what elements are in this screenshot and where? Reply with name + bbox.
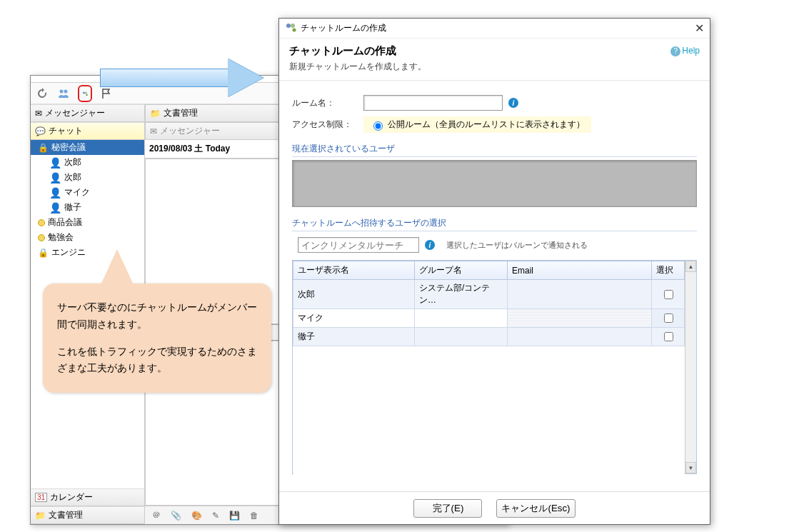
- svg-point-1: [64, 89, 68, 93]
- info-icon[interactable]: i: [425, 240, 435, 250]
- chat-room-secret-label: 秘密会議: [51, 141, 86, 154]
- sidebar-section-calendar[interactable]: 31 カレンダー: [31, 488, 144, 506]
- access-public-radio[interactable]: [373, 121, 383, 131]
- svg-point-8: [291, 24, 295, 28]
- row-select-checkbox[interactable]: [664, 290, 673, 299]
- scroll-down-icon[interactable]: ▼: [685, 462, 696, 473]
- svg-point-4: [86, 94, 88, 96]
- lock-icon: 🔒: [38, 248, 49, 258]
- invite-user-table-wrap: ユーザ表示名 グループ名 Email 選択 次郎 システム部/コンテン…: [292, 260, 697, 474]
- room-status-icon: [38, 234, 45, 241]
- create-chatroom-dialog: チャットルームの作成 ✕ チャットルームの作成 新規チャットルームを作成します。…: [278, 18, 710, 525]
- edit-icon[interactable]: ✎: [212, 511, 219, 521]
- users-icon[interactable]: [56, 88, 71, 99]
- calendar-icon: 31: [35, 493, 47, 502]
- folder-icon: 📁: [150, 109, 161, 119]
- access-value: 公開ルーム（全員のルームリストに表示されます）: [363, 116, 591, 133]
- cell-email: [508, 328, 652, 346]
- cell-select: [652, 309, 685, 328]
- user-avatar-icon: 👤: [49, 202, 61, 214]
- info-icon[interactable]: i: [508, 98, 518, 108]
- table-row[interactable]: 徹子: [293, 328, 685, 346]
- chat-room-product[interactable]: 商品会議: [31, 215, 144, 230]
- refresh-icon[interactable]: [35, 88, 49, 99]
- messenger-label: メッセンジャー: [45, 107, 105, 119]
- col-user[interactable]: ユーザ表示名: [293, 261, 415, 280]
- dialog-subheading: 新規チャットルームを作成します。: [289, 61, 700, 73]
- room-status-icon: [38, 219, 45, 226]
- docs-label: 文書管理: [49, 509, 83, 521]
- col-select[interactable]: 選択: [652, 261, 685, 280]
- sidebar-section-chat[interactable]: 💬 チャット: [31, 122, 144, 140]
- chat-room-label: 勉強会: [48, 231, 74, 244]
- close-icon[interactable]: ✕: [695, 21, 704, 35]
- mention-icon[interactable]: ＠: [152, 509, 161, 521]
- sidebar-section-messenger[interactable]: ✉ メッセンジャー: [31, 104, 144, 122]
- table-scrollbar[interactable]: ▲ ▼: [685, 261, 696, 473]
- svg-point-9: [293, 29, 296, 32]
- room-name-label: ルーム名：: [292, 97, 363, 109]
- cell-select: [652, 328, 685, 346]
- svg-point-3: [85, 91, 87, 94]
- create-chatroom-icon[interactable]: [78, 85, 92, 102]
- chat-user-label: 次郎: [64, 171, 81, 184]
- chat-user-item[interactable]: 👤マイク: [31, 185, 144, 200]
- invite-note: 選択したユーザはバルーンで通知される: [446, 240, 588, 251]
- lock-icon: 🔒: [38, 143, 49, 153]
- user-avatar-icon: 👤: [49, 187, 61, 199]
- attach-icon[interactable]: 📎: [171, 511, 181, 521]
- mail-icon: ✉: [35, 109, 42, 119]
- trash-icon[interactable]: 🗑: [250, 511, 258, 521]
- cell-group: システム部/コンテン…: [415, 280, 508, 309]
- cell-user: マイク: [293, 309, 415, 328]
- invite-user-table: ユーザ表示名 グループ名 Email 選択 次郎 システム部/コンテン…: [293, 261, 685, 491]
- save-icon[interactable]: 💾: [229, 511, 240, 521]
- callout-p1: サーバ不要なのにチャットルームがメンバー間で同期されます。: [57, 299, 257, 333]
- chat-room-secret[interactable]: 🔒 秘密会議: [31, 140, 144, 155]
- mail-icon: ✉: [150, 126, 157, 136]
- chat-label: チャット: [49, 125, 83, 137]
- user-avatar-icon: 👤: [49, 157, 61, 169]
- help-link[interactable]: ?Help: [670, 46, 700, 56]
- selected-users-box: [292, 160, 697, 207]
- chat-user-item[interactable]: 👤次郎: [31, 170, 144, 185]
- svg-point-7: [286, 24, 291, 28]
- row-select-checkbox[interactable]: [664, 313, 673, 323]
- ok-button[interactable]: 完了(E): [413, 499, 482, 518]
- room-name-input[interactable]: [363, 95, 503, 111]
- cell-email: [508, 309, 652, 328]
- sidebar-section-docs[interactable]: 📁 文書管理: [31, 506, 144, 524]
- chat-user-item[interactable]: 👤徹子: [31, 200, 144, 215]
- chat-user-label: 徹子: [64, 201, 81, 214]
- help-label: Help: [682, 46, 700, 56]
- user-avatar-icon: 👤: [49, 172, 61, 184]
- scroll-up-icon[interactable]: ▲: [685, 261, 696, 272]
- svg-point-2: [83, 91, 85, 94]
- cancel-button[interactable]: キャンセル(Esc): [496, 499, 575, 518]
- selected-users-fieldset: 現在選択されているユーザ: [292, 143, 697, 207]
- col-group[interactable]: グループ名: [415, 261, 508, 280]
- dialog-window-title: チャットルームの作成: [301, 22, 386, 34]
- folder-icon: 📁: [35, 511, 46, 521]
- cell-group: [415, 328, 508, 346]
- invite-legend: チャットルームへ招待するユーザの選択: [292, 217, 697, 231]
- cell-group: [415, 309, 508, 328]
- row-select-checkbox[interactable]: [664, 332, 673, 341]
- access-label: アクセス制限：: [292, 119, 363, 131]
- incremental-search-input[interactable]: [298, 237, 419, 253]
- dialog-body: ルーム名： i アクセス制限： 公開ルーム（全員のルームリストに表示されます） …: [279, 81, 710, 491]
- cell-user: 次郎: [293, 280, 415, 309]
- chat-user-label: マイク: [64, 186, 90, 199]
- date-header-text: 2019/08/03 土 Today: [149, 144, 230, 154]
- chat-room-study[interactable]: 勉強会: [31, 230, 144, 245]
- explainer-callout: サーバ不要なのにチャットルームがメンバー間で同期されます。 これを低トラフィック…: [43, 283, 271, 393]
- col-email[interactable]: Email: [508, 261, 652, 280]
- chat-user-item[interactable]: 👤次郎: [31, 155, 144, 170]
- table-row[interactable]: マイク: [293, 309, 685, 328]
- invite-fieldset: チャットルームへ招待するユーザの選択 i 選択したユーザはバルーンで通知される …: [292, 217, 697, 474]
- palette-icon[interactable]: 🎨: [191, 511, 202, 521]
- dialog-title-icon: [285, 21, 296, 35]
- help-icon: ?: [670, 46, 680, 56]
- table-row[interactable]: 次郎 システム部/コンテン…: [293, 280, 685, 309]
- cell-user: 徹子: [293, 328, 415, 346]
